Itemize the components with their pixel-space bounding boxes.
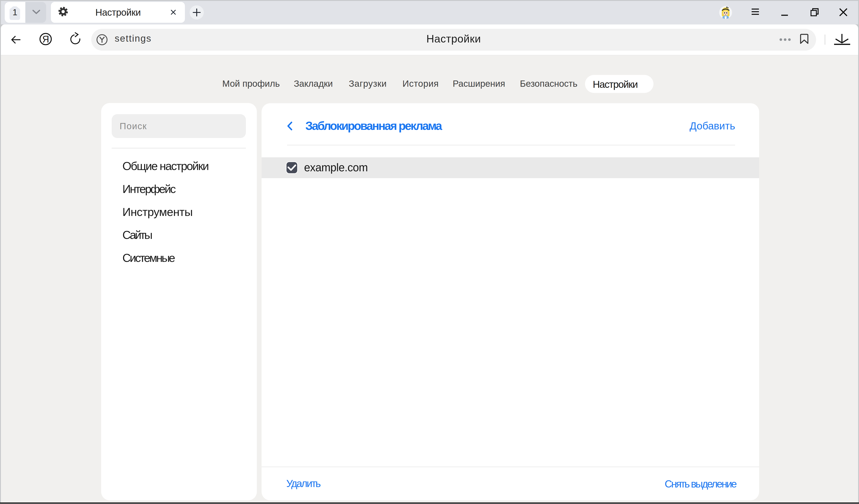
- svg-text:1: 1: [13, 7, 17, 17]
- svg-text:Я: Я: [42, 34, 49, 44]
